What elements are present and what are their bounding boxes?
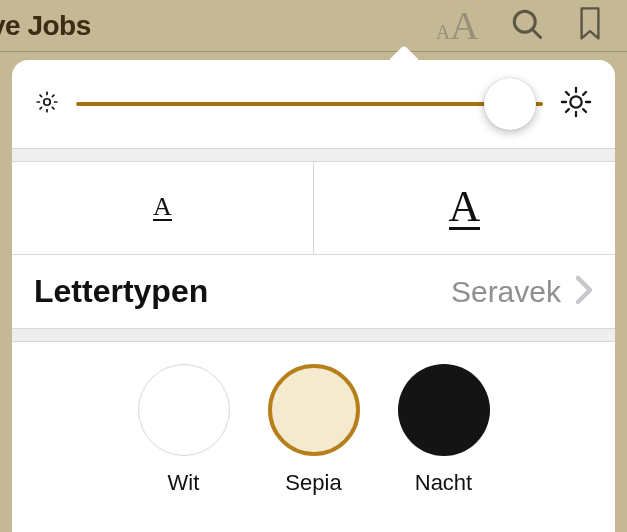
svg-line-17 (583, 109, 586, 112)
brightness-high-icon (559, 85, 593, 123)
theme-option-sepia[interactable]: Sepia (268, 364, 360, 496)
appearance-popover: A A Lettertypen Seravek Wit (12, 60, 615, 532)
svg-point-11 (570, 96, 581, 107)
brightness-row (12, 60, 615, 148)
font-size-row: A A (12, 162, 615, 254)
svg-line-19 (583, 92, 586, 95)
brightness-low-icon (34, 89, 60, 119)
slider-track (76, 102, 543, 106)
svg-line-10 (52, 95, 54, 97)
font-size-larger-button[interactable]: A (314, 162, 615, 254)
top-toolbar: ve Jobs AA (0, 0, 627, 52)
search-icon[interactable] (509, 6, 545, 46)
font-size-smaller-button[interactable]: A (12, 162, 314, 254)
slider-thumb[interactable] (484, 78, 536, 130)
svg-point-2 (44, 99, 51, 106)
svg-line-18 (566, 109, 569, 112)
letter-a-small-icon: A (153, 195, 172, 222)
theme-option-nacht[interactable]: Nacht (398, 364, 490, 496)
popover-caret (390, 46, 418, 60)
font-selector-label: Lettertypen (34, 273, 208, 310)
divider (12, 148, 615, 162)
book-title: ve Jobs (0, 10, 91, 42)
theme-label: Sepia (285, 470, 341, 496)
theme-row: Wit Sepia Nacht (12, 342, 615, 496)
brightness-slider[interactable] (76, 78, 543, 130)
appearance-icon[interactable]: AA (436, 2, 479, 49)
divider (12, 328, 615, 342)
theme-label: Wit (168, 470, 200, 496)
svg-line-1 (532, 29, 540, 37)
svg-line-9 (40, 107, 42, 109)
svg-line-7 (40, 95, 42, 97)
svg-line-16 (566, 92, 569, 95)
theme-label: Nacht (415, 470, 472, 496)
bookmark-icon[interactable] (575, 6, 605, 46)
font-selector-value: Seravek (451, 275, 561, 309)
toolbar-icons: AA (436, 2, 627, 49)
font-selector-row[interactable]: Lettertypen Seravek (12, 255, 615, 328)
theme-option-wit[interactable]: Wit (138, 364, 230, 496)
svg-line-8 (52, 107, 54, 109)
theme-swatch-wit (138, 364, 230, 456)
chevron-right-icon (575, 275, 593, 309)
letter-a-large-icon: A (449, 186, 481, 231)
theme-swatch-sepia (268, 364, 360, 456)
theme-swatch-nacht (398, 364, 490, 456)
